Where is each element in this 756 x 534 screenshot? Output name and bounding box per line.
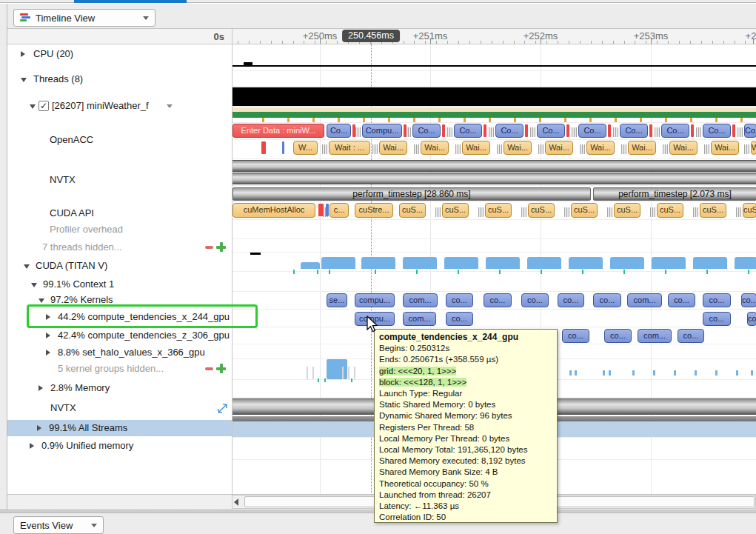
chevron-right-icon[interactable]: [46, 350, 50, 356]
timeline-block[interactable]: W: [751, 141, 756, 155]
timeline-block[interactable]: Co...: [661, 124, 689, 138]
timeline-block[interactable]: co...: [678, 329, 704, 343]
timeline-block[interactable]: co...: [747, 312, 756, 326]
remove-filter-icon[interactable]: [205, 246, 213, 249]
timeline-block[interactable]: co...: [484, 293, 512, 307]
timeline-block[interactable]: W...: [293, 141, 318, 155]
timeline-block[interactable]: Co...: [578, 124, 606, 138]
sidebar-item-cuda-titan-v[interactable]: CUDA (TITAN V): [7, 258, 232, 274]
timeline-block[interactable]: Wai...: [545, 141, 573, 155]
timeline-block[interactable]: cuMemHostAlloc: [233, 203, 315, 218]
timeline-block[interactable]: Co...: [495, 124, 523, 138]
expand-row-icon[interactable]: [218, 404, 227, 413]
chevron-down-icon[interactable]: [39, 298, 44, 303]
timeline-block[interactable]: Wai...: [421, 141, 449, 155]
chevron-down-icon[interactable]: [24, 264, 30, 269]
timeline-block[interactable]: cuS...: [442, 203, 469, 218]
chevron-right-icon[interactable]: [46, 333, 50, 338]
sidebar-item-cuda-api[interactable]: CUDA API: [7, 205, 232, 221]
scrollbar-left-arrow-icon[interactable]: [234, 498, 238, 506]
restore-rows-icon[interactable]: [216, 364, 226, 373]
chevron-down-icon[interactable]: [31, 283, 37, 287]
timeline-block[interactable]: com...: [403, 293, 438, 307]
sidebar-item-99-1-all-streams[interactable]: 99.1% All Streams: [7, 420, 232, 436]
sidebar-item-openacc[interactable]: OpenACC: [7, 132, 232, 148]
timeline-block[interactable]: cuS...: [700, 203, 726, 218]
timeline-block[interactable]: Co...: [620, 124, 648, 138]
timeline-block[interactable]: perform_timestep [2.073 ms]: [593, 187, 756, 201]
timeline-block[interactable]: cuS...: [528, 203, 555, 218]
timeline-block[interactable]: cuStre...: [355, 203, 393, 218]
sidebar-item-42-4-compute-tendencies-z-306-gpu[interactable]: 42.4% compute_tendencies_z_306_gpu: [7, 327, 232, 344]
timeline-block[interactable]: cuS...: [485, 203, 512, 218]
timeline-block[interactable]: Wai...: [669, 141, 698, 155]
chevron-down-icon[interactable]: [21, 78, 27, 82]
timeline-block[interactable]: co...: [562, 329, 589, 343]
timeline-block[interactable]: cuS...: [657, 203, 683, 218]
timeline-block[interactable]: Wait : ...: [329, 141, 370, 155]
timeline-block[interactable]: co...: [558, 293, 584, 307]
timeline-block[interactable]: cuS...: [743, 203, 756, 218]
sidebar-item-threads-8[interactable]: Threads (8): [7, 71, 232, 87]
timeline-block[interactable]: co...: [446, 293, 473, 307]
timeline-block[interactable]: Wai...: [628, 141, 656, 155]
timeline-block[interactable]: co...: [521, 293, 549, 307]
chevron-down-icon[interactable]: [30, 104, 36, 109]
sidebar-item-2-8-memory[interactable]: 2.8% Memory: [7, 380, 232, 396]
sidebar-item-5-kernel-groups-hidden[interactable]: 5 kernel groups hidden...: [7, 361, 232, 377]
timeline-block[interactable]: se...: [327, 293, 347, 307]
sidebar-item-7-threads-hidden[interactable]: 7 threads hidden...: [7, 239, 232, 256]
chevron-right-icon[interactable]: [30, 443, 34, 449]
nvtx-range-bar[interactable]: [233, 173, 756, 184]
sidebar-item-cpu-20[interactable]: CPU (20): [7, 46, 232, 62]
timeline-block[interactable]: c...: [330, 203, 349, 218]
timeline-block[interactable]: Co...: [703, 124, 731, 138]
timeline-block[interactable]: co...: [604, 329, 632, 343]
timeline-block[interactable]: Co...: [744, 124, 756, 138]
timeline-block[interactable]: Co...: [537, 124, 565, 138]
timeline-block[interactable]: com...: [627, 293, 662, 307]
timeline-block[interactable]: Co...: [412, 124, 441, 138]
timeline-block[interactable]: Wai...: [586, 141, 615, 155]
timeline-block[interactable]: co...: [703, 293, 731, 307]
timeline-block[interactable]: co...: [593, 293, 621, 307]
timeline-block[interactable]: Compu...: [362, 124, 402, 138]
timeline-block[interactable]: com...: [403, 312, 436, 326]
events-view-dropdown[interactable]: Events View: [13, 516, 104, 534]
ruler-minor-tick: [492, 41, 492, 44]
timeline-block[interactable]: com...: [638, 329, 672, 343]
sidebar-item-99-1-context-1[interactable]: 99.1% Context 1: [7, 276, 232, 293]
sidebar-item-profiler-overhead[interactable]: Profiler overhead: [7, 221, 232, 238]
timeline-block[interactable]: Enter Data : miniW...: [233, 124, 324, 138]
chevron-right-icon[interactable]: [21, 51, 25, 57]
timeline-block[interactable]: cuS...: [614, 203, 640, 218]
remove-filter-icon[interactable]: [205, 367, 213, 370]
thread-checkbox[interactable]: ✓: [39, 101, 49, 111]
timeline-block[interactable]: co...: [668, 293, 695, 307]
chevron-right-icon[interactable]: [37, 425, 41, 431]
sidebar-item-0-9-unified-memory[interactable]: 0.9% Unified memory: [7, 438, 232, 454]
timeline-block[interactable]: perform_timestep [28.860 ms]: [233, 187, 591, 201]
timeline-block[interactable]: co...: [446, 312, 473, 326]
sidebar-item-26207-miniweather-f[interactable]: ✓[26207] miniWeather_f: [7, 98, 232, 114]
nvtx-range-bar[interactable]: [233, 160, 756, 172]
timeline-block[interactable]: Wai...: [462, 141, 490, 155]
timeline-block[interactable]: Co...: [454, 124, 482, 138]
timeline-block[interactable]: co...: [741, 293, 756, 307]
chevron-right-icon[interactable]: [39, 385, 43, 391]
timeline-block[interactable]: co...: [703, 312, 731, 326]
timeline-ruler[interactable]: +250ms+251ms+252ms+253ms+2250.456ms: [232, 28, 756, 44]
timeline-block[interactable]: Wai...: [504, 141, 532, 155]
timeline-block[interactable]: Wai...: [379, 141, 407, 155]
sidebar-item-8-8-set-halo-values-x-366-gpu[interactable]: 8.8% set_halo_values_x_366_gpu: [7, 344, 232, 361]
timeline-view-dropdown[interactable]: Timeline View: [13, 9, 155, 27]
restore-rows-icon[interactable]: [216, 242, 226, 252]
sidebar-item-nvtx[interactable]: NVTX: [7, 400, 232, 416]
sidebar-item-nvtx[interactable]: NVTX: [7, 172, 232, 188]
chevron-down-icon[interactable]: [167, 104, 173, 108]
timeline-block[interactable]: Co...: [327, 124, 351, 138]
timeline-block[interactable]: cuS...: [571, 203, 598, 218]
timeline-block[interactable]: cuS...: [399, 203, 426, 218]
timeline-block[interactable]: Wai...: [711, 141, 739, 155]
timeline-block[interactable]: compu...: [355, 293, 395, 307]
